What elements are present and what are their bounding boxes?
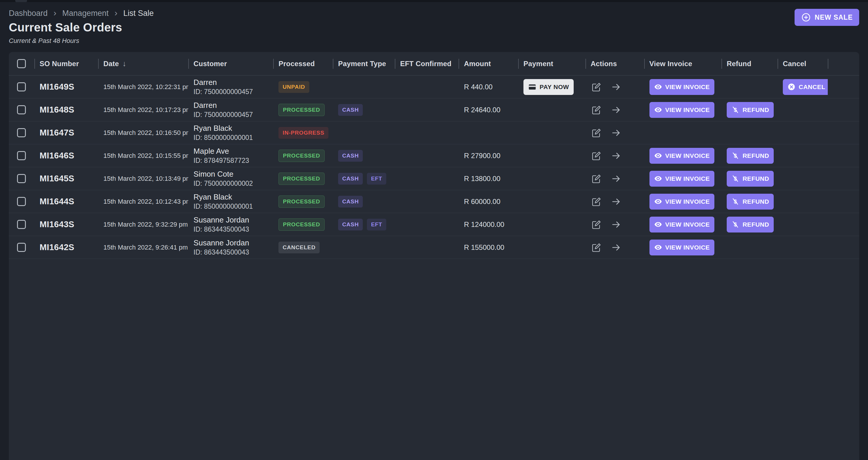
open-order-button[interactable] [611,105,621,115]
cell-payment-type [333,236,395,259]
row-checkbox[interactable] [17,82,26,91]
payment-type-chip-cash: CASH [338,173,363,184]
row-checkbox[interactable] [17,174,26,183]
cancel-label: CANCEL [799,84,826,90]
header-label-date[interactable]: Date [103,60,119,68]
cell-date: 15th March 2022, 9:26:41 pm [98,236,188,259]
edit-order-button[interactable] [591,173,602,184]
cell-processed: PROCESSED [273,98,333,121]
customer-name: Darren [193,100,253,110]
row-checkbox[interactable] [17,197,26,206]
order-date: 15th March 2022, 10:15:55 pm [103,152,188,160]
open-order-button[interactable] [611,219,621,230]
view-invoice-button[interactable]: VIEW INVOICE [649,171,715,186]
view-invoice-label: VIEW INVOICE [665,152,710,159]
column-divider [34,59,35,69]
cell-actions [585,167,644,190]
edit-icon [591,242,602,253]
open-order-button[interactable] [611,242,621,253]
cell-actions [585,236,644,259]
edit-order-button[interactable] [591,104,602,116]
open-order-button[interactable] [611,196,621,207]
cell-refund: $ REFUND [721,213,778,236]
edit-order-button[interactable] [591,242,602,253]
cell-end [828,76,859,98]
cell-view-invoice: VIEW INVOICE [644,76,721,98]
pay-now-button[interactable]: PAY NOW [523,79,574,95]
cell-payment-type: CASH EFT [333,167,395,190]
row-checkbox[interactable] [17,243,26,252]
edit-order-button[interactable] [591,81,602,93]
edit-order-button[interactable] [591,150,602,161]
arrow-right-icon [611,127,621,138]
customer-id: ID: 863443500043 [193,248,249,257]
cell-cancel: CANCEL [778,121,828,144]
row-checkbox[interactable] [17,151,26,160]
edit-order-button[interactable] [591,219,602,230]
edit-order-button[interactable] [591,127,602,139]
edit-order-button[interactable] [591,196,602,207]
open-order-button[interactable] [611,173,621,184]
refund-button[interactable]: $ REFUND [727,102,774,118]
refund-button[interactable]: $ REFUND [727,148,774,164]
view-invoice-button[interactable]: VIEW INVOICE [649,102,715,118]
open-order-button[interactable] [611,127,621,138]
cell-processed: PROCESSED [273,167,333,190]
cell-amount [459,121,518,144]
refund-button[interactable]: $ REFUND [727,194,774,209]
cell-eft-confirmed [395,167,459,190]
open-order-button[interactable] [611,82,621,92]
table-row: MI1644S 15th March 2022, 10:12:43 pm Rya… [9,190,859,213]
customer-name: Simon Cote [193,169,253,179]
view-invoice-button[interactable]: VIEW INVOICE [649,239,715,255]
order-date: 15th March 2022, 10:13:49 pm [103,175,188,182]
cell-payment-type [333,121,395,144]
select-all-checkbox[interactable] [17,59,26,68]
arrow-right-icon [611,242,621,253]
row-checkbox[interactable] [17,220,26,229]
view-invoice-button[interactable]: VIEW INVOICE [649,148,715,164]
cell-processed: IN-PROGRESS [273,121,333,144]
view-invoice-button[interactable]: VIEW INVOICE [649,217,715,232]
cell-amount: R 155000.00 [459,236,518,259]
new-sale-button[interactable]: NEW SALE [795,9,859,26]
cell-checkbox [9,236,34,259]
edit-icon [591,81,602,93]
row-checkbox[interactable] [17,105,26,114]
cell-view-invoice: VIEW INVOICE [644,190,721,213]
cell-view-invoice: VIEW INVOICE [644,144,721,167]
breadcrumb-management[interactable]: Management [62,9,109,18]
header-cell-date: Date ↓ [98,52,188,75]
table-row: MI1642S 15th March 2022, 9:26:41 pm Susa… [9,236,859,259]
breadcrumb-dashboard[interactable]: Dashboard [9,9,48,18]
cell-so-number: MI1649S [34,76,98,98]
cell-processed: PROCESSED [273,144,333,167]
header-cell-processed: Processed [273,52,333,75]
customer-name: Susanne Jordan [193,238,249,248]
header-label-eft-confirmed: EFT Confirmed [400,60,452,68]
cell-refund: $ REFUND [721,76,778,98]
cell-view-invoice: VIEW INVOICE [644,167,721,190]
cell-amount: R 124000.00 [459,213,518,236]
status-badge: PROCESSED [278,219,324,231]
open-order-button[interactable] [611,150,621,161]
column-divider [188,59,189,69]
cell-end [828,236,859,259]
column-divider [395,59,395,69]
view-invoice-button[interactable]: VIEW INVOICE [649,194,715,209]
header-label-so-number: SO Number [40,60,79,68]
refund-button[interactable]: $ REFUND [727,171,774,186]
refund-button[interactable]: $ REFUND [727,217,774,232]
cell-end [828,167,859,190]
eye-icon [654,221,662,228]
cancel-button[interactable]: CANCEL [783,79,828,95]
cell-date: 15th March 2022, 10:22:31 pm [98,76,188,98]
view-invoice-label: VIEW INVOICE [665,107,710,113]
status-badge: IN-PROGRESS [278,127,329,139]
view-invoice-button[interactable]: VIEW INVOICE [649,79,715,95]
payment-type-chip-eft: EFT [367,219,386,230]
sort-desc-icon[interactable]: ↓ [123,59,126,68]
row-checkbox[interactable] [17,128,26,137]
payment-type-chip-cash: CASH [338,104,363,116]
money-off-icon: $ [732,221,739,228]
